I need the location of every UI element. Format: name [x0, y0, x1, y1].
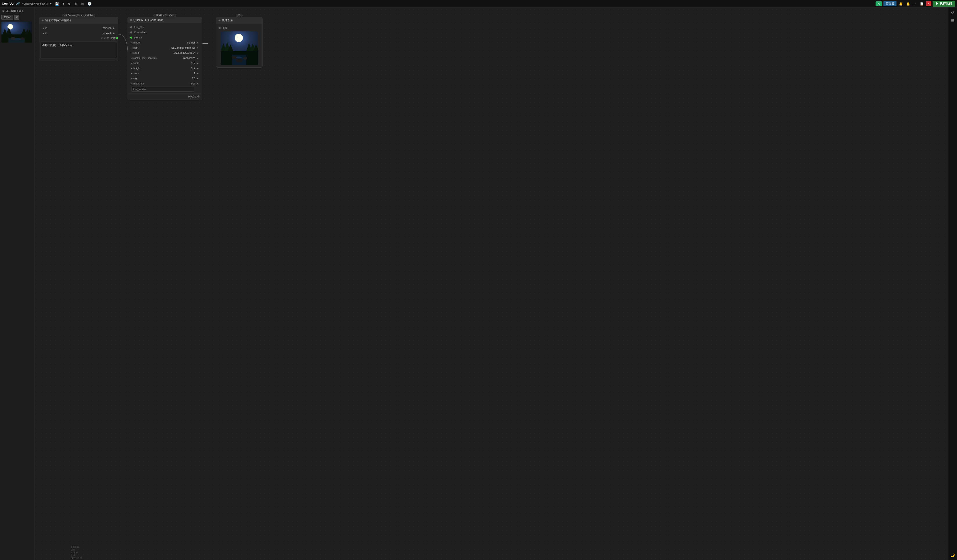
canvas-area[interactable]: #1 Custom_Nodes_AlekPet 翻译文本(Argos翻译) ◄ …: [35, 8, 948, 560]
metadata-right-arrow[interactable]: ►: [196, 82, 199, 85]
text-output-connector[interactable]: [116, 37, 118, 39]
save-arrow-button[interactable]: ▾: [62, 2, 65, 6]
width-label: width: [133, 62, 191, 65]
steps-label: steps: [133, 72, 194, 75]
preview-image-input-connector[interactable]: [218, 27, 221, 29]
seed-label: seed: [133, 51, 174, 54]
seed-right-arrow[interactable]: ►: [196, 52, 199, 54]
sidebar-right-info-btn[interactable]: ☰: [950, 17, 955, 24]
preview-image: [221, 32, 258, 65]
flux-node: #2 Mflux ComfyUI Quick MFlux Generation …: [128, 17, 202, 100]
status-l: L: 0: [71, 549, 82, 551]
arrow-icon[interactable]: →: [912, 2, 918, 6]
model-label: model: [133, 41, 187, 44]
height-left-arrow[interactable]: ◄: [130, 67, 133, 69]
steps-right-arrow[interactable]: ►: [196, 72, 199, 75]
model-left-arrow[interactable]: ◄: [130, 41, 133, 44]
refresh-button[interactable]: ↺: [67, 2, 72, 6]
path-right-arrow[interactable]: ►: [196, 47, 199, 49]
path-left-arrow[interactable]: ◄: [130, 47, 133, 49]
flux-node-body: lora_files ControlNet prompt ◄ model sch…: [128, 23, 202, 100]
flux-image-output-row: IMAGE: [129, 93, 201, 99]
control-left-arrow[interactable]: ◄: [130, 57, 133, 59]
trans-icon-3[interactable]: ⊞: [107, 37, 109, 40]
close-window-button[interactable]: ✕: [926, 1, 931, 6]
control-right-arrow[interactable]: ►: [196, 57, 199, 59]
text-output-row: ⊙ ⊘ ⊞ 文本: [40, 36, 117, 41]
trans-icon-1[interactable]: ⊙: [101, 37, 103, 40]
height-right-arrow[interactable]: ►: [196, 67, 199, 69]
history-button[interactable]: 🕐: [87, 2, 92, 6]
clipboard-icon[interactable]: 📋: [919, 2, 925, 6]
svg-point-12: [21, 38, 24, 40]
status-time: T: 0.00s: [71, 546, 82, 548]
bell2-icon[interactable]: 🔔: [905, 2, 911, 6]
svg-point-11: [11, 37, 15, 40]
manager-button[interactable]: 管理器: [883, 1, 897, 6]
share-icon[interactable]: 🔗: [16, 2, 20, 5]
sidebar-right-history-btn[interactable]: ↺: [950, 9, 955, 16]
preview-image-input-row: 图像: [217, 25, 261, 30]
translate-to-row: ◄ 到 english ►: [40, 30, 117, 36]
to-right-arrow[interactable]: ►: [112, 32, 116, 35]
to-left-arrow[interactable]: ◄: [42, 32, 45, 35]
clear-button[interactable]: Clear: [2, 15, 13, 20]
lang-button[interactable]: A: [876, 2, 882, 6]
flux-node-title: Quick MFlux Generation: [133, 18, 163, 22]
lora-input-connector[interactable]: [130, 26, 132, 28]
seed-left-arrow[interactable]: ◄: [130, 52, 133, 54]
width-value: 512: [191, 62, 195, 65]
height-label: height: [133, 67, 191, 69]
sidebar-right-moon-btn[interactable]: 🌙: [949, 552, 956, 558]
cfg-right-arrow[interactable]: ►: [196, 77, 199, 80]
status-info: T: 0.00s L: 0 N: 3 [0] V: 6 FPS: 50.00: [71, 546, 82, 560]
svg-point-16: [237, 36, 238, 38]
flux-lora-row: lora_files: [129, 25, 201, 30]
flux-prompt-row: prompt: [129, 35, 201, 40]
to-value: english: [103, 32, 112, 35]
width-left-arrow[interactable]: ◄: [130, 62, 133, 65]
image-output-connector[interactable]: [197, 95, 199, 98]
close-sidebar-button[interactable]: ✕: [14, 15, 19, 20]
cfg-value: 3.5: [192, 77, 195, 80]
from-right-arrow[interactable]: ►: [112, 27, 116, 29]
steps-value: 2: [194, 72, 195, 75]
preview-node-body: 图像: [216, 24, 262, 68]
path-label: path: [133, 46, 171, 49]
prompt-label: prompt: [134, 36, 199, 39]
flux-cfg-row: ◄ cfg 3.5 ►: [129, 76, 201, 81]
trans-icon-2[interactable]: ⊘: [104, 37, 106, 40]
translate-from-row: ◄ 从 chinese ►: [40, 25, 117, 30]
svg-point-30: [236, 58, 243, 62]
control-value: randomize: [183, 57, 195, 59]
status-v: V: 6: [71, 554, 82, 557]
cfg-left-arrow[interactable]: ◄: [130, 77, 133, 80]
sidebar-left: ⊞ ⊞ Resize Feed Clear ✕: [0, 8, 35, 560]
preview-node-status-dot: [218, 19, 220, 21]
model-right-arrow[interactable]: ►: [196, 41, 199, 44]
svg-point-29: [243, 57, 247, 60]
width-right-arrow[interactable]: ►: [196, 62, 199, 65]
controlnet-input-connector[interactable]: [130, 32, 132, 33]
preview-svg: [221, 32, 258, 65]
sidebar-right: ↺ ☰ 🌙: [948, 8, 957, 560]
settings-button[interactable]: ⊞: [80, 2, 85, 6]
prompt-input-connector[interactable]: [130, 36, 132, 39]
to-label: 到: [45, 32, 103, 35]
metadata-left-arrow[interactable]: ◄: [130, 82, 133, 85]
height-value: 512: [191, 67, 195, 69]
bell1-icon[interactable]: 🔔: [898, 2, 904, 6]
thumbnail-svg: [2, 22, 32, 43]
save-button[interactable]: 💾: [54, 2, 60, 6]
resize-icon: ⊞: [2, 9, 5, 12]
steps-left-arrow[interactable]: ◄: [130, 72, 133, 75]
flux-path-row: ◄ path flux.1-schnell-mflux-4bit ►: [129, 45, 201, 50]
lora-scales-input[interactable]: [131, 87, 194, 91]
translate-textarea[interactable]: 明月松间照，清泉石上流。: [40, 42, 117, 58]
redo-button[interactable]: ↻: [74, 2, 78, 6]
run-queue-button[interactable]: ▶ 执行队列: [933, 1, 955, 7]
app-logo: ComfyUI: [2, 2, 14, 5]
from-left-arrow[interactable]: ◄: [42, 27, 45, 29]
metadata-value: false: [190, 82, 195, 85]
toolbar-row: Clear ✕: [2, 15, 33, 20]
